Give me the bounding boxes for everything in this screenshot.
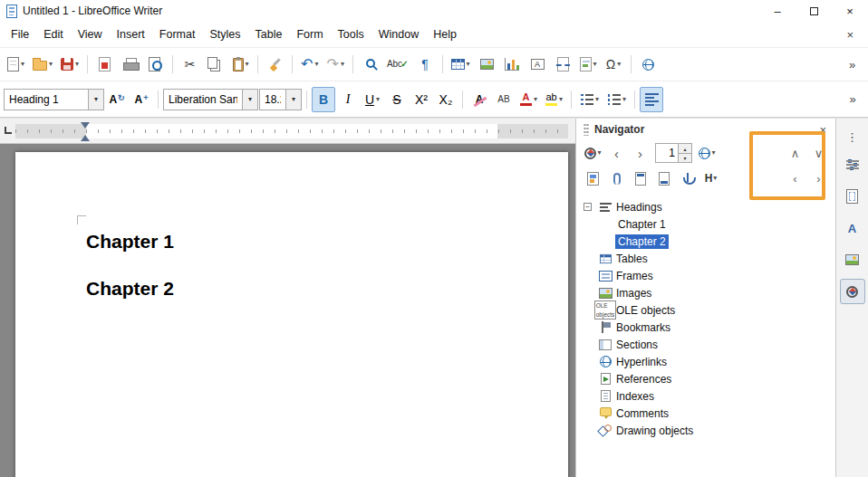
highlight-color-button[interactable]: ab▾: [542, 87, 566, 112]
insert-field-button[interactable]: ▾: [576, 52, 601, 77]
menu-insert[interactable]: Insert: [110, 25, 152, 43]
page-number-input[interactable]: [656, 144, 678, 162]
font-size-dropdown-button[interactable]: ▾: [285, 90, 301, 110]
sidebar-tab-gallery[interactable]: [840, 247, 865, 272]
insert-chart-button[interactable]: [500, 52, 525, 77]
tree-item-frames[interactable]: Frames: [576, 267, 835, 284]
menu-edit[interactable]: Edit: [36, 25, 71, 43]
export-pdf-button[interactable]: [92, 52, 117, 77]
redo-button[interactable]: ↷▾: [323, 52, 347, 77]
panel-grip[interactable]: [583, 123, 589, 136]
tree-item-chapter-1[interactable]: Chapter 1: [576, 215, 835, 233]
next-button[interactable]: ›: [629, 142, 651, 164]
document-canvas[interactable]: Chapter 1 Chapter 2: [0, 144, 575, 477]
update-style-button[interactable]: A↻: [105, 87, 129, 112]
spelling-button[interactable]: Abc✓: [383, 52, 412, 77]
tree-item-label[interactable]: Headings: [613, 200, 665, 215]
font-name-combo[interactable]: ▾: [163, 89, 258, 110]
toggle-master-view-button[interactable]: [582, 167, 604, 189]
italic-button[interactable]: I: [336, 87, 360, 112]
font-name-input[interactable]: [164, 90, 242, 110]
first-line-indent-marker[interactable]: [81, 122, 90, 129]
tree-item-label[interactable]: Hyperlinks: [613, 355, 670, 369]
tree-item-drawing-objects[interactable]: Drawing objects: [576, 422, 835, 439]
clone-formatting-button[interactable]: [263, 52, 287, 77]
tree-item-label[interactable]: Chapter 1: [615, 217, 669, 232]
menu-view[interactable]: View: [71, 25, 110, 43]
new-style-button[interactable]: A+: [130, 87, 153, 112]
heading-levels-button[interactable]: H▾: [699, 167, 722, 189]
sidebar-tab-navigator[interactable]: [840, 279, 865, 304]
close-button[interactable]: ×: [832, 0, 868, 22]
spin-down-button[interactable]: ▾: [679, 153, 691, 162]
menu-window[interactable]: Window: [371, 25, 426, 43]
sidebar-tab-styles[interactable]: A: [840, 215, 865, 241]
menu-tools[interactable]: Tools: [331, 25, 371, 43]
tree-item-label[interactable]: Tables: [613, 252, 651, 266]
tree-item-headings[interactable]: − Headings: [576, 198, 835, 215]
tree-item-indexes[interactable]: Indexes: [576, 387, 835, 405]
tree-item-label[interactable]: Indexes: [613, 389, 657, 404]
character-spacing-button[interactable]: AB: [492, 87, 516, 112]
tab-stop-selector[interactable]: [5, 127, 12, 134]
tree-item-ole-objects[interactable]: OLE objects OLE objects: [576, 301, 835, 319]
clear-formatting-button[interactable]: A: [468, 87, 491, 112]
new-document-button[interactable]: ▾: [4, 52, 28, 77]
paste-button[interactable]: ▾: [228, 52, 253, 77]
strikethrough-button[interactable]: S: [385, 87, 409, 112]
tree-item-label[interactable]: Comments: [613, 406, 671, 421]
anchor-text-button[interactable]: [676, 167, 699, 189]
superscript-button[interactable]: X²: [410, 87, 433, 112]
open-button[interactable]: ▾: [29, 52, 56, 77]
font-size-input[interactable]: [260, 90, 285, 110]
minimize-button[interactable]: –: [759, 0, 796, 22]
find-replace-button[interactable]: [358, 52, 382, 77]
horizontal-ruler[interactable]: [0, 119, 575, 144]
insert-table-button[interactable]: ▾: [448, 52, 474, 77]
left-indent-marker[interactable]: [81, 135, 90, 141]
underline-button[interactable]: U▾: [361, 87, 384, 112]
close-document-button[interactable]: ×: [835, 28, 864, 42]
tree-item-label[interactable]: OLE objects: [613, 303, 678, 318]
maximize-button[interactable]: [796, 0, 832, 22]
paragraph-style-combo[interactable]: ▾: [4, 89, 104, 110]
tree-item-label[interactable]: Images: [613, 286, 654, 301]
print-preview-button[interactable]: [143, 52, 168, 77]
bold-button[interactable]: B: [312, 87, 335, 112]
menu-table[interactable]: Table: [247, 25, 289, 43]
unordered-list-button[interactable]: ▾: [576, 87, 603, 112]
align-left-button[interactable]: [640, 87, 663, 112]
set-reminder-button[interactable]: [605, 167, 628, 189]
header-button[interactable]: [629, 167, 651, 189]
menu-file[interactable]: File: [4, 25, 36, 43]
page-number-spinbox[interactable]: ▴▾: [655, 143, 692, 163]
toolbar-overflow-button[interactable]: »: [840, 52, 864, 77]
tree-item-label-selected[interactable]: Chapter 2: [615, 234, 669, 249]
sidebar-tab-page[interactable]: [840, 184, 865, 209]
insert-pagebreak-button[interactable]: [551, 52, 575, 77]
tree-item-images[interactable]: Images: [576, 284, 835, 301]
tree-item-label[interactable]: Sections: [613, 338, 661, 352]
paragraph-style-input[interactable]: [5, 90, 88, 110]
tree-item-hyperlinks[interactable]: Hyperlinks: [576, 353, 835, 370]
tree-item-sections[interactable]: Sections: [576, 336, 835, 353]
collapse-toggle-icon[interactable]: −: [583, 203, 592, 211]
insert-image-button[interactable]: [475, 52, 499, 77]
document-heading-1[interactable]: Chapter 1: [86, 230, 174, 253]
special-character-button[interactable]: Ω▾: [602, 52, 626, 77]
paragraph-style-dropdown-button[interactable]: ▾: [88, 90, 103, 110]
tree-item-label[interactable]: Drawing objects: [613, 424, 696, 438]
tree-item-label[interactable]: Bookmarks: [613, 320, 673, 335]
print-button[interactable]: [118, 52, 142, 77]
font-size-combo[interactable]: ▾: [259, 89, 302, 110]
menu-styles[interactable]: Styles: [202, 25, 247, 43]
previous-button[interactable]: ‹: [605, 142, 628, 164]
tree-item-label[interactable]: References: [613, 372, 674, 386]
navigate-by-button[interactable]: ▾: [582, 142, 604, 164]
document-heading-2[interactable]: Chapter 2: [86, 277, 174, 301]
sidebar-tab-properties[interactable]: [840, 152, 865, 177]
hyperlink-button[interactable]: [636, 52, 661, 77]
spin-up-button[interactable]: ▴: [679, 144, 691, 153]
formatting-marks-button[interactable]: ¶: [413, 52, 438, 77]
subscript-button[interactable]: X₂: [434, 87, 458, 112]
